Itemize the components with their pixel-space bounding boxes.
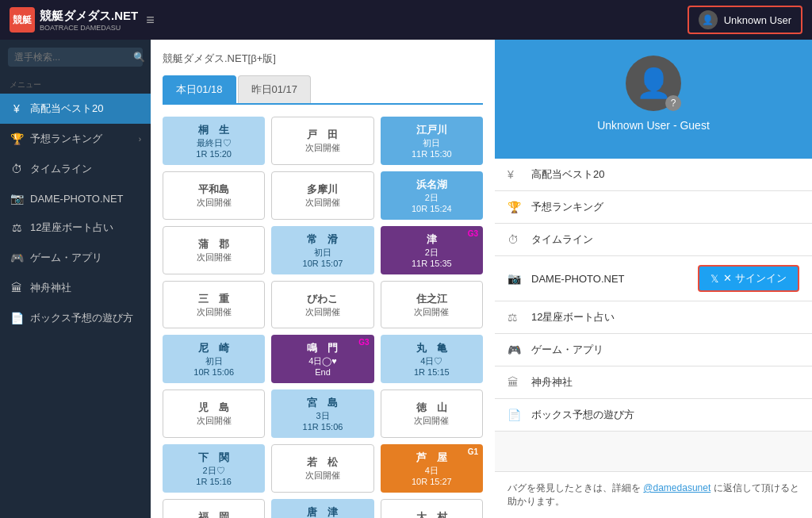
venue-name: 若 松	[307, 455, 338, 470]
race-card-edogawa[interactable]: 江戸川 初日 11R 15:30	[381, 117, 483, 165]
right-menu-photo[interactable]: 📷 DAME-PHOTO.NET 𝕏 ✕ サインイン	[495, 256, 812, 301]
right-menu-ranking[interactable]: 🏆 予想ランキング	[495, 191, 812, 224]
race-card-mikuni[interactable]: 三 重 次回開催	[163, 281, 265, 328]
twitter-icon: 𝕏	[710, 273, 718, 285]
right-menu-top20[interactable]: ¥ 高配当ベスト20	[495, 159, 812, 191]
venue-name: 江戸川	[416, 123, 447, 137]
race-card-gamagori[interactable]: 蒲 郡 次回開催	[163, 226, 265, 274]
sidebar-item-label: タイムライン	[30, 162, 92, 176]
user-avatar-large: 👤	[626, 56, 681, 111]
race-card-kiryu[interactable]: 桐 生 最終日♡ 1R 15:20	[163, 117, 265, 165]
race-card-tokuyama[interactable]: 徳 山 次回開催	[381, 389, 483, 438]
search-input-wrap: 🔍	[8, 48, 143, 67]
race-card-naruto[interactable]: G3 鳴 門 4日◯♥ End	[271, 335, 373, 383]
sidebar-item-horoscope[interactable]: ⚖ 12星座ボート占い	[0, 213, 151, 243]
right-menu-timeline[interactable]: ⏱ タイムライン	[495, 224, 812, 256]
venue-name: 宮 島	[307, 396, 338, 410]
venue-name: 蒲 郡	[198, 237, 229, 251]
day-info: 次回開催	[197, 415, 232, 427]
day-info: 次回開催	[414, 415, 449, 427]
yen-icon: ¥	[508, 168, 523, 181]
venue-name: 丸 亀	[416, 341, 447, 355]
race-card-tokoname[interactable]: 常 滑 初日 10R 15:07	[271, 226, 373, 274]
sidebar-item-shrine[interactable]: 🏛 神舟神社	[0, 273, 151, 303]
right-menu-games[interactable]: 🎮 ゲーム・アプリ	[495, 334, 812, 366]
day-info: 次回開催	[305, 197, 340, 209]
site-title: 競艇ダメダス.NET[β+版]	[163, 52, 483, 66]
game-icon: 🎮	[508, 343, 523, 356]
g-badge: G3	[468, 229, 478, 238]
sidebar-item-label: ゲーム・アプリ	[30, 251, 102, 265]
day-info: 4日◯♥	[308, 355, 337, 367]
tab-yesterday[interactable]: 昨日01/17	[238, 75, 312, 103]
race-card-amagasaki[interactable]: 尼 崎 初日 10R 15:06	[163, 335, 265, 383]
venue-name: 児 島	[198, 401, 229, 415]
menu-item-label: タイムライン	[531, 232, 593, 247]
race-card-shimonoseki[interactable]: 下 関 2日♡ 1R 15:16	[163, 444, 265, 493]
sidebar-item-label: 予想ランキング	[30, 132, 102, 146]
hamburger-icon[interactable]: ≡	[146, 12, 155, 29]
g1-badge: G1	[468, 447, 478, 456]
race-card-fukuoka[interactable]: 福 岡 次回開催	[163, 499, 265, 518]
right-panel: 👤 Unknown User - Guest ¥ 高配当ベスト20 🏆 予想ラン…	[495, 40, 812, 518]
venue-name: 津	[427, 232, 437, 247]
day-info: 次回開催	[197, 251, 232, 263]
sidebar-item-top20[interactable]: ¥ 高配当ベスト20	[0, 94, 151, 124]
day-info: 次回開催	[305, 306, 340, 318]
race-card-wakamatsu[interactable]: 若 松 次回開催	[271, 444, 373, 493]
signin-label: ✕ サインイン	[723, 271, 787, 286]
day-info: 次回開催	[414, 306, 449, 318]
search-icon: 🔍	[133, 52, 145, 63]
race-card-tsu[interactable]: G3 津 2日 11R 15:35	[381, 226, 483, 274]
time-info: 11R 15:35	[412, 259, 452, 268]
header: 競艇 競艇ダメダス.NET BOATRACE DAMEDASU ≡ 👤 Unkn…	[0, 0, 812, 40]
time-info: End	[315, 367, 331, 377]
race-card-toda[interactable]: 戸 田 次回開催	[271, 117, 373, 165]
race-card-biwako[interactable]: びわこ 次回開催	[271, 281, 373, 328]
race-card-karatsu[interactable]: 唐 津 初日◯ End	[271, 499, 373, 518]
race-card-heiwajima[interactable]: 平和島 次回開催	[163, 171, 265, 220]
main-layout: 🔍 メニュー ¥ 高配当ベスト20 🏆 予想ランキング › ⏱ タイムライン 📷…	[0, 40, 812, 518]
venue-name: 福 岡	[198, 510, 229, 518]
day-info: 4日	[425, 465, 439, 477]
venue-name: 常 滑	[307, 232, 338, 247]
right-menu-boxbet[interactable]: 📄 ボックス予想の遊び方	[495, 399, 812, 432]
tab-today[interactable]: 本日01/18	[163, 75, 236, 103]
document-icon: 📄	[10, 312, 24, 324]
sidebar-item-games[interactable]: 🎮 ゲーム・アプリ	[0, 243, 151, 273]
race-card-tamagawa[interactable]: 多摩川 次回開催	[271, 171, 373, 220]
sidebar-item-ranking[interactable]: 🏆 予想ランキング ›	[0, 124, 151, 154]
race-card-ashiya[interactable]: G1 芦 屋 4日 10R 15:27	[381, 444, 483, 493]
search-input[interactable]	[14, 52, 133, 63]
shrine-icon: 🏛	[10, 282, 24, 294]
venue-name: 浜名湖	[416, 178, 447, 192]
day-info: 次回開催	[197, 197, 232, 209]
camera-icon: 📷	[10, 192, 24, 205]
scale-icon: ⚖	[508, 311, 523, 324]
content-area: 競艇ダメダス.NET[β+版] 本日01/18 昨日01/17 桐 生 最終日♡…	[151, 40, 812, 518]
race-card-kojima[interactable]: 児 島 次回開催	[163, 389, 265, 438]
signin-button[interactable]: 𝕏 ✕ サインイン	[698, 265, 799, 292]
user-button[interactable]: 👤 Unknown User	[688, 6, 802, 34]
sidebar-item-boxbet[interactable]: 📄 ボックス予想の遊び方	[0, 303, 151, 333]
venue-name: びわこ	[307, 292, 338, 306]
chevron-right-icon: ›	[139, 135, 141, 144]
race-card-suminoe[interactable]: 住之江 次回開催	[381, 281, 483, 328]
day-info: 初日	[205, 355, 223, 367]
bug-report-link[interactable]: @damedasunet	[643, 482, 710, 493]
sidebar: 🔍 メニュー ¥ 高配当ベスト20 🏆 予想ランキング › ⏱ タイムライン 📷…	[0, 40, 151, 518]
race-card-marugame[interactable]: 丸 亀 4日♡ 1R 15:15	[381, 335, 483, 383]
race-card-omura[interactable]: 大 村 次回開催	[381, 499, 483, 518]
right-menu-shrine[interactable]: 🏛 神舟神社	[495, 366, 812, 399]
logo-icon: 競艇	[10, 7, 35, 33]
sidebar-item-timeline[interactable]: ⏱ タイムライン	[0, 154, 151, 184]
clock-icon: ⏱	[508, 233, 523, 246]
venue-name: 住之江	[416, 292, 447, 306]
sidebar-item-photo[interactable]: 📷 DAME-PHOTO.NET	[0, 184, 151, 213]
sidebar-item-label: ボックス予想の遊び方	[30, 311, 133, 325]
search-box: 🔍	[0, 40, 151, 75]
race-card-hamanako[interactable]: 浜名湖 2日 10R 15:24	[381, 171, 483, 220]
right-menu-horoscope[interactable]: ⚖ 12星座ボート占い	[495, 301, 812, 334]
yen-icon: ¥	[10, 102, 24, 115]
race-card-miyajima[interactable]: 宮 島 3日 11R 15:06	[271, 389, 373, 438]
